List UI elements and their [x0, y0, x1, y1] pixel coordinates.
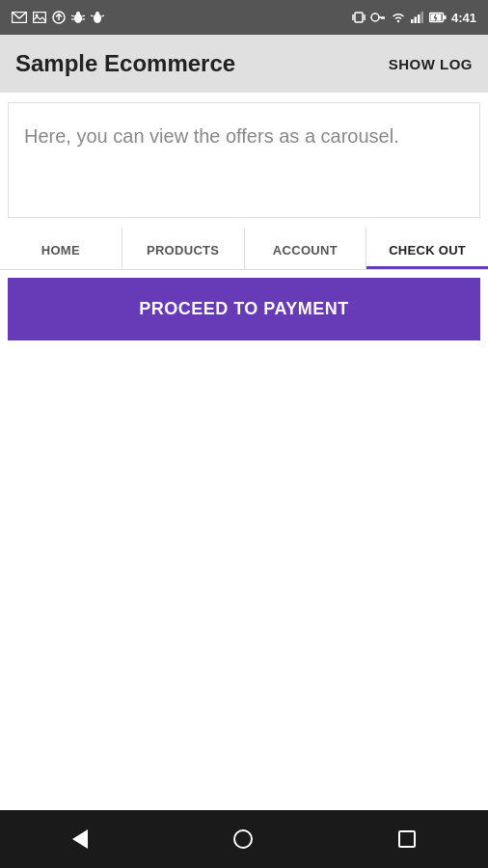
- tab-account-label: ACCOUNT: [273, 243, 338, 258]
- bottom-nav-bar: [0, 810, 488, 868]
- back-icon: [72, 829, 88, 849]
- wifi-icon: [391, 12, 406, 23]
- tab-home[interactable]: HOME: [0, 228, 122, 269]
- vibrate-icon: [352, 11, 366, 24]
- carousel-text: Here, you can view the offers as a carou…: [24, 122, 399, 149]
- status-bar: 4:41: [0, 0, 488, 35]
- svg-line-14: [101, 15, 104, 16]
- svg-point-22: [397, 20, 399, 22]
- svg-line-7: [71, 15, 74, 16]
- show-log-button[interactable]: SHOW LOG: [389, 56, 473, 72]
- tab-account[interactable]: ACCOUNT: [245, 228, 367, 269]
- content-area: PROCEED TO PAYMENT: [0, 270, 488, 810]
- status-icons-right: 4:41: [352, 11, 476, 25]
- key-icon: [370, 13, 386, 22]
- svg-rect-29: [444, 15, 447, 19]
- status-icons-left: [12, 11, 104, 24]
- svg-point-18: [371, 14, 379, 21]
- svg-rect-15: [355, 13, 363, 22]
- svg-line-13: [91, 15, 94, 16]
- proceed-to-payment-button[interactable]: PROCEED TO PAYMENT: [8, 278, 480, 340]
- image-icon: [33, 12, 46, 23]
- back-button[interactable]: [63, 820, 97, 858]
- recent-apps-button[interactable]: [389, 821, 425, 857]
- svg-rect-26: [420, 12, 423, 23]
- tab-products-label: PRODUCTS: [147, 243, 219, 258]
- carousel-area: Here, you can view the offers as a carou…: [8, 102, 480, 218]
- tab-products[interactable]: PRODUCTS: [122, 228, 245, 269]
- tab-home-label: HOME: [41, 243, 80, 258]
- recent-apps-icon: [398, 830, 416, 848]
- app-title: Sample Ecommerce: [15, 50, 235, 77]
- mail-icon: [12, 12, 27, 23]
- svg-rect-25: [418, 14, 420, 23]
- bug-icon-2: [91, 11, 104, 24]
- svg-point-6: [76, 12, 80, 15]
- app-bar: Sample Ecommerce SHOW LOG: [0, 35, 488, 93]
- svg-point-12: [95, 12, 99, 15]
- battery-icon: [429, 12, 447, 23]
- upload-icon: [52, 11, 66, 24]
- svg-point-2: [36, 14, 39, 17]
- tab-checkout[interactable]: CHECK OUT: [366, 228, 488, 269]
- tab-bar: HOME PRODUCTS ACCOUNT CHECK OUT: [0, 228, 488, 270]
- svg-line-8: [82, 15, 85, 16]
- svg-rect-23: [411, 19, 414, 23]
- svg-rect-24: [414, 17, 417, 24]
- home-button[interactable]: [224, 820, 262, 858]
- tab-checkout-label: CHECK OUT: [389, 243, 466, 258]
- time-display: 4:41: [451, 11, 476, 25]
- signal-icon: [411, 12, 424, 23]
- home-icon: [233, 829, 253, 849]
- svg-rect-1: [34, 13, 46, 23]
- bug-icon-1: [71, 11, 85, 24]
